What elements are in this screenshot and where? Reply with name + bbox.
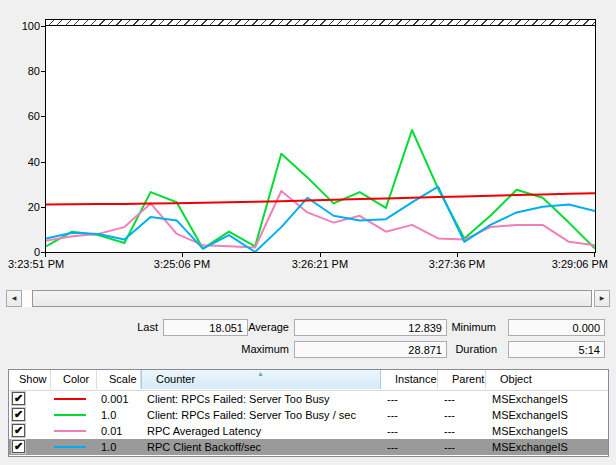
minimum-label: Minimum (430, 321, 496, 336)
column-header-scale[interactable]: Scale (97, 370, 141, 389)
column-header-show[interactable]: Show (9, 370, 51, 389)
x-axis-label: 3:27:36 PM (402, 258, 512, 270)
color-swatch (54, 430, 86, 432)
average-value: 12.839 (294, 319, 447, 336)
column-header-counter-label: Counter (156, 373, 195, 385)
counter-name: RPC Client Backoff/sec (147, 439, 379, 455)
counter-row[interactable]: ✔0.01RPC Averaged Latency------MSExchang… (9, 423, 608, 439)
minimum-value: 0.000 (508, 319, 605, 336)
chart-plot-area (45, 26, 596, 253)
parent-value: --- (444, 391, 488, 407)
color-swatch (54, 398, 86, 400)
last-label: Last (108, 321, 158, 336)
show-checkbox[interactable]: ✔ (12, 392, 25, 405)
maximum-value: 28.871 (294, 341, 447, 358)
chart-plot (46, 26, 595, 252)
column-header-object[interactable]: Object (486, 370, 606, 389)
object-value: MSExchangeIS (492, 407, 604, 423)
series-line (46, 187, 595, 252)
y-axis-tick (41, 71, 45, 72)
column-header-color[interactable]: Color (51, 370, 97, 389)
scale-value: 1.0 (101, 439, 141, 455)
scale-value: 0.001 (101, 391, 141, 407)
x-axis-tick (182, 253, 183, 257)
x-axis-label: 3:26:21 PM (265, 258, 375, 270)
counter-row[interactable]: ✔1.0Client: RPCs Failed: Server Too Busy… (9, 407, 608, 423)
x-axis-tick (320, 253, 321, 257)
counter-table: Show Color Scale ▲Counter Instance Paren… (8, 369, 609, 457)
parent-value: --- (444, 439, 488, 455)
y-axis-label: 40 (0, 156, 40, 168)
scale-value: 0.01 (101, 423, 141, 439)
object-value: MSExchangeIS (492, 423, 604, 439)
instance-value: --- (387, 391, 439, 407)
y-axis-label: 20 (0, 201, 40, 213)
instance-value: --- (387, 439, 439, 455)
y-axis-label: 60 (0, 110, 40, 122)
duration-label: Duration (430, 343, 497, 358)
counter-table-header: Show Color Scale ▲Counter Instance Paren… (9, 370, 608, 391)
y-axis-tick (41, 116, 45, 117)
counter-name: Client: RPCs Failed: Server Too Busy (147, 391, 379, 407)
scale-value: 1.0 (101, 407, 141, 423)
y-axis-label: 100 (0, 20, 40, 32)
maximum-label: Maximum (229, 343, 289, 358)
show-checkbox[interactable]: ✔ (12, 408, 25, 421)
counter-name: RPC Averaged Latency (147, 423, 379, 439)
instance-value: --- (387, 407, 439, 423)
color-swatch (54, 446, 86, 448)
sort-ascending-icon: ▲ (257, 364, 264, 383)
series-line (46, 130, 595, 249)
column-header-parent[interactable]: Parent (438, 370, 486, 389)
column-header-counter[interactable]: ▲Counter (141, 370, 381, 389)
x-axis-label: 3:29:06 PM (498, 258, 608, 270)
scrollbar-left-button[interactable]: ◀ (6, 290, 22, 307)
counter-name: Client: RPCs Failed: Server Too Busy / s… (147, 407, 379, 423)
x-axis-tick (594, 253, 595, 257)
series-line (46, 193, 595, 204)
parent-value: --- (444, 423, 488, 439)
instance-value: --- (387, 423, 439, 439)
object-value: MSExchangeIS (492, 391, 604, 407)
y-axis-label: 0 (0, 246, 40, 258)
y-axis-tick (41, 26, 45, 27)
y-axis-tick (41, 162, 45, 163)
x-axis-label: 3:23:51 PM (8, 258, 118, 270)
show-checkbox[interactable]: ✔ (12, 424, 25, 437)
counter-row[interactable]: ✔0.001Client: RPCs Failed: Server Too Bu… (9, 391, 608, 407)
x-axis-tick (457, 253, 458, 257)
show-checkbox[interactable]: ✔ (12, 440, 25, 453)
scrollbar-thumb[interactable] (32, 290, 592, 307)
scroll-left-icon: ◀ (12, 295, 17, 301)
time-range-scrollbar[interactable]: ◀ ▶ (6, 290, 610, 307)
performance-monitor-graph-panel: 100 80 60 40 20 0 3:23:51 PM 3:25:06 PM … (0, 0, 616, 465)
object-value: MSExchangeIS (492, 439, 604, 455)
duration-value: 5:14 (508, 341, 605, 358)
y-axis-tick (41, 207, 45, 208)
parent-value: --- (444, 407, 488, 423)
column-header-instance[interactable]: Instance (381, 370, 438, 389)
average-label: Average (229, 321, 289, 336)
counter-row[interactable]: ✔1.0RPC Client Backoff/sec------MSExchan… (9, 439, 608, 455)
chart-top-hatch (45, 19, 596, 26)
color-swatch (54, 414, 86, 416)
counter-rows: ✔0.001Client: RPCs Failed: Server Too Bu… (9, 391, 608, 455)
scroll-right-icon: ▶ (600, 295, 605, 301)
x-axis-tick (45, 253, 46, 257)
scrollbar-right-button[interactable]: ▶ (594, 290, 610, 307)
x-axis-label: 3:25:06 PM (127, 258, 237, 270)
y-axis-label: 80 (0, 65, 40, 77)
